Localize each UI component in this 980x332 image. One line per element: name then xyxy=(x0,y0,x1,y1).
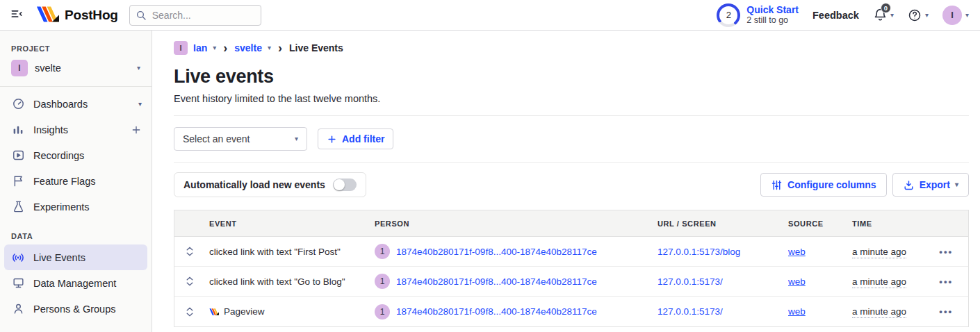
plus-icon xyxy=(327,134,337,144)
url-link[interactable]: 127.0.0.1:5173/blog xyxy=(658,247,740,257)
export-label: Export xyxy=(920,179,950,190)
source-link[interactable]: web xyxy=(788,247,806,257)
feedback-button[interactable]: Feedback xyxy=(812,10,859,21)
table-row: clicked link with text "Go to Blog" 1 18… xyxy=(174,267,968,297)
top-bar: PostHog 2 Quick Start 2 still to go Feed… xyxy=(0,0,980,31)
sidebar-item-dashboards[interactable]: Dashboards ▾ xyxy=(0,91,152,117)
chevron-down-icon: ▾ xyxy=(925,12,929,19)
posthog-event-icon xyxy=(209,308,219,315)
notifications-button[interactable]: 0 ▾ xyxy=(873,8,894,22)
live-events-table: EVENT PERSON URL / SCREEN SOURCE TIME cl… xyxy=(174,210,969,327)
sidebar-item-experiments[interactable]: Experiments xyxy=(0,194,152,219)
event-time: a minute ago xyxy=(852,247,906,258)
project-switcher[interactable]: I svelte ▾ xyxy=(0,57,152,85)
content-divider xyxy=(174,115,969,116)
sidebar-item-insights[interactable]: Insights xyxy=(0,117,152,142)
posthog-logo[interactable]: PostHog xyxy=(36,6,118,24)
chevron-down-icon: ▾ xyxy=(295,135,298,142)
quick-start-widget[interactable]: 2 Quick Start 2 still to go xyxy=(717,3,799,27)
event-time: a minute ago xyxy=(852,306,906,318)
chevron-down-icon: ▾ xyxy=(268,44,271,51)
column-header-person: PERSON xyxy=(369,219,651,228)
page-title: Live events xyxy=(174,66,969,88)
new-insight-button[interactable] xyxy=(131,124,142,135)
sidebar-item-label: Dashboards xyxy=(33,99,88,110)
sidebar-item-feature-flags[interactable]: Feature Flags xyxy=(0,168,152,194)
flag-icon xyxy=(11,174,25,188)
source-link[interactable]: web xyxy=(788,276,806,287)
global-search xyxy=(129,5,261,26)
row-more-actions-button[interactable]: ••• xyxy=(939,247,953,257)
brand-name: PostHog xyxy=(65,8,118,23)
breadcrumb-current-page: Live Events xyxy=(289,42,343,53)
chevron-down-icon: ▾ xyxy=(137,65,140,72)
source-link[interactable]: web xyxy=(788,306,806,317)
event-select-dropdown[interactable]: Select an event ▾ xyxy=(174,127,307,151)
chevron-down-icon: ▾ xyxy=(955,181,958,188)
collapse-sidebar-button[interactable] xyxy=(7,4,26,26)
column-header-event: EVENT xyxy=(204,219,369,228)
expand-row-button[interactable] xyxy=(184,307,195,317)
add-filter-button[interactable]: Add filter xyxy=(318,128,393,149)
sidebar: PROJECT I svelte ▾ Dashboards ▾ Insights xyxy=(0,31,152,332)
table-row: clicked link with text "First Post" 1 18… xyxy=(174,237,968,267)
filter-row: Select an event ▾ Add filter xyxy=(174,127,969,151)
chevron-up-icon xyxy=(186,276,193,281)
chevron-down-icon xyxy=(186,282,193,286)
main-content: I Ian ▾ › svelte ▾ › Live Events Live ev… xyxy=(152,31,980,332)
person-icon xyxy=(11,302,25,315)
event-name: Pageview xyxy=(224,306,265,317)
person-link[interactable]: 1874e40b280171f-09f8...400-1874e40b28117… xyxy=(396,247,597,257)
chevron-down-icon xyxy=(186,313,193,317)
notification-badge: 0 xyxy=(881,3,891,13)
sidebar-item-persons-groups[interactable]: Persons & Groups xyxy=(0,296,152,322)
chevron-down-icon: ▾ xyxy=(213,44,216,51)
person-link[interactable]: 1874e40b280171f-09f8...400-1874e40b28117… xyxy=(396,276,597,287)
org-avatar: I xyxy=(174,41,188,55)
chevron-up-icon xyxy=(186,307,193,311)
expand-row-button[interactable] xyxy=(184,247,195,256)
person-link[interactable]: 1874e40b280171f-09f8...400-1874e40b28117… xyxy=(396,306,597,317)
url-link[interactable]: 127.0.0.1:5173/ xyxy=(658,306,723,317)
bar-chart-icon xyxy=(11,124,25,136)
column-sliders-icon xyxy=(771,179,783,191)
expand-row-button[interactable] xyxy=(184,276,195,286)
table-row: Pageview 1 1874e40b280171f-09f8...400-18… xyxy=(174,297,968,326)
person-avatar: 1 xyxy=(375,274,390,289)
sidebar-item-label: Feature Flags xyxy=(33,176,95,187)
user-menu-button[interactable]: I ▾ xyxy=(942,6,969,25)
posthog-logo-mark-icon xyxy=(36,6,59,24)
sidebar-item-label: Persons & Groups xyxy=(33,304,115,315)
quick-start-subtitle: 2 still to go xyxy=(746,15,799,26)
flask-icon xyxy=(11,200,25,213)
breadcrumb-org-link[interactable]: Ian xyxy=(193,42,207,53)
chevron-down-icon: ▾ xyxy=(890,12,894,19)
content-divider xyxy=(174,162,969,163)
download-icon xyxy=(903,179,915,191)
autoload-toggle[interactable] xyxy=(333,179,357,191)
search-input[interactable] xyxy=(129,5,261,26)
sidebar-item-recordings[interactable]: Recordings xyxy=(0,142,152,168)
column-header-source: SOURCE xyxy=(783,219,849,228)
table-controls-row: Automatically load new events Configure … xyxy=(174,172,969,197)
column-header-time: TIME xyxy=(849,219,932,228)
quick-start-progress-ring: 2 xyxy=(717,3,740,27)
sidebar-item-live-events[interactable]: Live Events xyxy=(4,244,147,270)
row-more-actions-button[interactable]: ••• xyxy=(939,276,953,287)
sidebar-item-data-management[interactable]: Data Management xyxy=(0,270,152,296)
export-button[interactable]: Export ▾ xyxy=(892,173,969,197)
sidebar-item-label: Live Events xyxy=(33,252,85,263)
autoload-label: Automatically load new events xyxy=(183,179,325,190)
collapse-menu-icon xyxy=(10,7,24,23)
url-link[interactable]: 127.0.0.1:5173/ xyxy=(658,276,723,287)
project-name: svelte xyxy=(35,63,130,74)
help-menu-button[interactable]: ▾ xyxy=(908,8,929,22)
help-icon xyxy=(908,8,922,22)
breadcrumb-project-link[interactable]: svelte xyxy=(234,42,262,53)
sidebar-item-label: Recordings xyxy=(33,150,84,161)
row-more-actions-button[interactable]: ••• xyxy=(939,306,953,317)
person-avatar: 1 xyxy=(375,304,390,319)
autoload-events-control: Automatically load new events xyxy=(174,172,366,197)
configure-columns-button[interactable]: Configure columns xyxy=(760,173,887,197)
person-avatar: 1 xyxy=(375,244,390,259)
